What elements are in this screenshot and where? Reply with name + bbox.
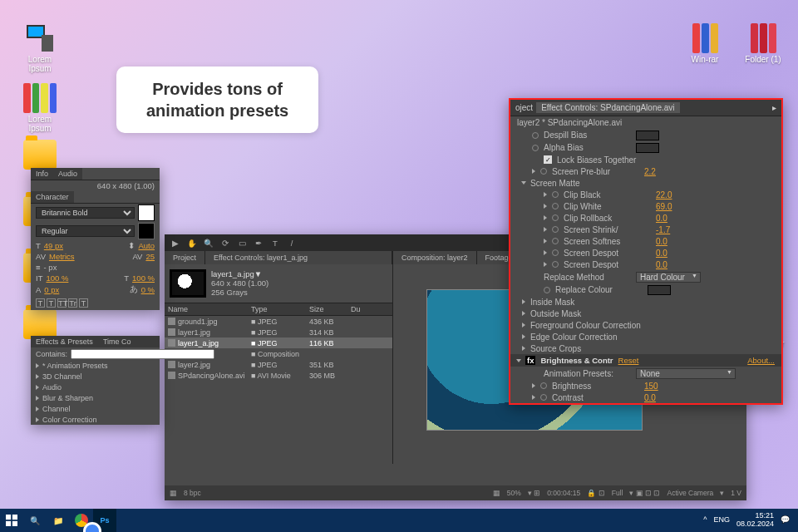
prop-value[interactable]: 0.0 xyxy=(656,237,667,246)
tab-time-controls[interactable]: Time Co xyxy=(98,336,136,347)
font-style-select[interactable]: Regular xyxy=(36,225,135,237)
tracking[interactable]: 25 xyxy=(145,252,155,261)
zoom-tool-icon[interactable]: 🔍 xyxy=(203,237,214,249)
prop-value[interactable]: 69.0 xyxy=(656,202,672,211)
desktop-icon-pc[interactable]: Lorem Ipsum xyxy=(17,23,63,73)
baseline[interactable]: 0 px xyxy=(44,285,59,294)
tab-audio[interactable]: Audio xyxy=(53,168,82,180)
prop-value[interactable]: 0.0 xyxy=(656,249,667,258)
radio-icon[interactable] xyxy=(544,287,550,293)
expand-icon[interactable] xyxy=(532,395,535,400)
panel-menu-icon[interactable]: ▸ xyxy=(772,103,776,112)
file-row[interactable]: layer2.jpg■ JPEG351 KB xyxy=(165,359,392,370)
hscale[interactable]: 100 % xyxy=(132,273,155,283)
radio-icon[interactable] xyxy=(552,249,559,256)
tray-date[interactable]: 08.02.2024 xyxy=(736,520,774,529)
status-views[interactable]: 1 V xyxy=(731,489,741,497)
col-type[interactable]: Type xyxy=(251,305,309,313)
expand-icon[interactable] xyxy=(544,204,547,209)
tab-effect-controls-active[interactable]: Effect Controls: SPdancingAlone.avi xyxy=(536,102,679,113)
radio-icon[interactable] xyxy=(532,145,539,151)
effect-brightness-contrast[interactable]: Brightness & Contr xyxy=(540,356,613,365)
val-preblur[interactable]: 2.2 xyxy=(644,167,656,176)
desktop-icon-winrar[interactable]: Win-rar xyxy=(682,23,728,64)
font-size[interactable]: 49 px xyxy=(44,241,63,250)
col-name[interactable]: Name xyxy=(168,305,251,313)
ep-category[interactable]: Audio xyxy=(31,382,160,392)
hand-tool-icon[interactable]: ✋ xyxy=(186,237,198,249)
tray-up-icon[interactable]: ^ xyxy=(703,516,707,525)
link-about[interactable]: About... xyxy=(747,356,775,365)
status-resolution[interactable]: Full xyxy=(612,489,623,497)
tsume[interactable]: 0 % xyxy=(141,285,155,294)
fx-group[interactable]: Foreground Colour Correction xyxy=(510,319,781,331)
color-swatch[interactable] xyxy=(648,285,671,295)
color-swatch[interactable] xyxy=(636,131,659,140)
stroke-swatch[interactable] xyxy=(138,223,155,239)
radio-icon[interactable] xyxy=(552,203,559,209)
expand-icon[interactable] xyxy=(532,383,535,388)
tray-lang[interactable]: ENG xyxy=(713,516,730,525)
stroke-width[interactable]: - px xyxy=(44,263,57,272)
expand-icon[interactable] xyxy=(544,227,547,232)
expand-icon[interactable] xyxy=(544,215,547,220)
explorer-button[interactable]: 📁 xyxy=(47,509,70,532)
expand-icon[interactable] xyxy=(544,250,547,255)
dropdown-replace-method[interactable]: Hard Colour xyxy=(636,272,701,283)
rotate-tool-icon[interactable]: ⟳ xyxy=(219,237,231,249)
tab-composition[interactable]: Composition: layer2 xyxy=(393,251,477,264)
vscale[interactable]: 100 % xyxy=(46,273,68,283)
file-row[interactable]: layer1_a.jpg■ JPEG116 KB xyxy=(165,337,392,348)
pointer-tool-icon[interactable]: ▶ xyxy=(170,237,181,249)
col-dur[interactable]: Du xyxy=(351,305,361,313)
radio-icon[interactable] xyxy=(540,394,547,401)
radio-icon[interactable] xyxy=(552,261,559,268)
prop-value[interactable]: 22.0 xyxy=(656,190,672,200)
tab-character[interactable]: Character xyxy=(31,191,74,203)
collapse-icon[interactable] xyxy=(521,181,526,185)
tab-info[interactable]: Info xyxy=(31,168,53,180)
checkbox-lock[interactable]: ✓ xyxy=(544,155,552,164)
fx-group[interactable]: Inside Mask xyxy=(510,296,781,308)
start-button[interactable] xyxy=(0,509,23,532)
radio-icon[interactable] xyxy=(552,191,559,198)
desktop-icon-folder1[interactable]: Folder (1) xyxy=(740,23,786,64)
font-family-select[interactable]: Britannic Bold xyxy=(36,207,135,219)
status-camera[interactable]: Active Camera xyxy=(667,489,713,497)
radio-icon[interactable] xyxy=(540,382,547,389)
col-size[interactable]: Size xyxy=(309,305,351,313)
fx-group[interactable]: Source Crops xyxy=(510,342,781,354)
color-swatch[interactable] xyxy=(636,143,659,153)
pen-tool-icon[interactable]: ✒ xyxy=(253,237,264,249)
status-zoom[interactable]: 50% xyxy=(507,489,521,497)
ep-category[interactable]: Blur & Sharpen xyxy=(31,392,160,403)
ep-category[interactable]: Color Correction xyxy=(31,414,160,425)
brush-tool-icon[interactable]: / xyxy=(286,237,298,249)
leading[interactable]: Auto xyxy=(138,241,155,250)
radio-icon[interactable] xyxy=(552,214,559,221)
tab-effects-presets[interactable]: Effects & Presets xyxy=(31,336,98,347)
group-screen-matte[interactable]: Screen Matte xyxy=(530,179,579,188)
search-button[interactable]: 🔍 xyxy=(23,509,47,532)
expand-icon[interactable] xyxy=(544,239,547,244)
tab-project[interactable]: Project xyxy=(165,251,205,264)
val-contrast[interactable]: 0.0 xyxy=(644,393,656,402)
file-row[interactable]: SPdancingAlone.avi■ AVI Movie306 MB xyxy=(165,370,392,381)
fx-group[interactable]: Outside Mask xyxy=(510,308,781,319)
prop-value[interactable]: 0.0 xyxy=(656,260,667,269)
kerning[interactable]: Metrics xyxy=(49,252,75,261)
expand-icon[interactable] xyxy=(544,262,547,267)
radio-icon[interactable] xyxy=(540,168,547,175)
chrome-button[interactable] xyxy=(70,509,93,532)
status-timecode[interactable]: 0:00:04:15 xyxy=(547,489,580,497)
file-row[interactable]: layer1.jpg■ JPEG314 KB xyxy=(165,327,392,337)
ep-category[interactable]: 3D Channel xyxy=(31,371,160,382)
fx-toggle-icon[interactable]: fx xyxy=(525,356,535,365)
rect-tool-icon[interactable]: ▭ xyxy=(236,237,248,249)
dropdown-anim-presets[interactable]: None xyxy=(636,368,736,379)
radio-icon[interactable] xyxy=(532,132,539,139)
fill-swatch[interactable] xyxy=(138,204,155,221)
type-tool-icon[interactable]: T xyxy=(269,237,281,249)
file-row[interactable]: ground1.jpg■ JPEG436 KB xyxy=(165,316,392,327)
tray-notifications-icon[interactable]: 💬 xyxy=(781,516,790,525)
